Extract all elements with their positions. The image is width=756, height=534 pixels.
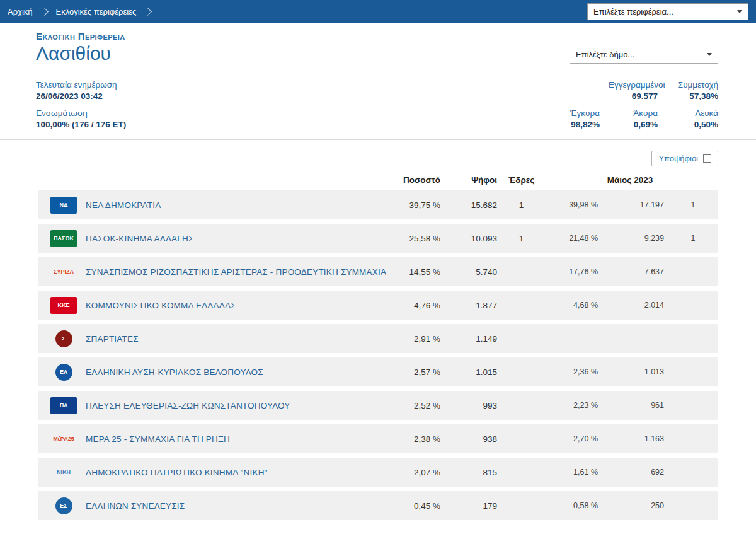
party-cell: ΣΥΡΙΖΑ ΣΥΝΑΣΠΙΣΜΟΣ ΡΙΖΟΣΠΑΣΤΙΚΗΣ ΑΡΙΣΤΕΡ… [38, 264, 387, 281]
region-select[interactable]: Επιλέξτε περιφέρεια... [587, 3, 748, 20]
party-prev-votes: 2.014 [602, 301, 668, 310]
party-logo-icon: ΕΣ [55, 497, 72, 514]
table-row: ΠΛ ΠΛΕΥΣΗ ΕΛΕΥΘΕΡΙΑΣ-ΖΩΗ ΚΩΝΣΤΑΝΤΟΠΟΥΛΟΥ… [38, 391, 718, 420]
party-prev-percent: 17,76 % [542, 267, 602, 276]
party-percent: 0,45 % [387, 501, 444, 511]
page-header: Εκλογική Περιφέρεια Λασιθίου Επιλέξτε δή… [0, 23, 756, 71]
table-row: ΜέΡΑ25 ΜΕΡΑ 25 - ΣΥΜΜΑΧΙΑ ΓΙΑ ΤΗ ΡΗΞΗ 2,… [38, 424, 718, 453]
breadcrumb-bar: Αρχική Εκλογικές περιφέρειες Επιλέξτε πε… [0, 0, 756, 23]
page-title: Λασιθίου [36, 43, 125, 64]
party-logo-icon: ΜέΡΑ25 [50, 431, 77, 448]
chevron-down-icon [707, 53, 712, 56]
party-name-link[interactable]: ΣΠΑΡΤΙΑΤΕΣ [86, 334, 139, 344]
party-name-link[interactable]: ΕΛΛΗΝΙΚΗ ΛΥΣΗ-ΚΥΡΙΑΚΟΣ ΒΕΛΟΠΟΥΛΟΣ [86, 368, 263, 377]
party-votes: 10.093 [444, 234, 501, 243]
table-row: ΣΥΡΙΖΑ ΣΥΝΑΣΠΙΣΜΟΣ ΡΙΖΟΣΠΑΣΤΙΚΗΣ ΑΡΙΣΤΕΡ… [38, 257, 718, 286]
party-seats: 1 [501, 234, 542, 243]
valid: Έγκυρα 98,82% [542, 108, 600, 129]
party-logo-icon: ΚΚΕ [50, 297, 77, 314]
table-row: ΕΛ ΕΛΛΗΝΙΚΗ ΛΥΣΗ-ΚΥΡΙΑΚΟΣ ΒΕΛΟΠΟΥΛΟΣ 2,5… [38, 357, 718, 386]
stats-right: Εγγεγραμμένοι 69.577 Συμμετοχή 57,38% Έγ… [542, 80, 718, 129]
municipality-select-value: Επιλέξτε δήμο... [576, 50, 634, 59]
party-votes: 938 [444, 434, 501, 444]
party-votes: 179 [444, 501, 501, 511]
integration-value: 100,00% (176 / 176 ΕΤ) [36, 120, 126, 129]
party-percent: 2,07 % [387, 468, 444, 477]
party-logo-icon: ΝΔ [50, 197, 77, 214]
checkbox-icon[interactable] [703, 154, 711, 163]
party-votes: 15.682 [444, 200, 501, 210]
party-prev-percent: 2,36 % [542, 368, 602, 376]
table-row: ΝΔ ΝΕΑ ΔΗΜΟΚΡΑΤΙΑ 39,75 % 15.682 1 39,98… [38, 190, 718, 219]
party-votes: 1.149 [444, 334, 501, 344]
party-prev-votes: 250 [602, 501, 668, 510]
party-name-link[interactable]: ΜΕΡΑ 25 - ΣΥΜΜΑΧΙΑ ΓΙΑ ΤΗ ΡΗΞΗ [86, 434, 230, 444]
integration-label: Ενσωμάτωση [36, 108, 126, 118]
district-heading: Εκλογική Περιφέρεια Λασιθίου [36, 31, 125, 64]
party-prev-percent: 0,58 % [542, 501, 602, 510]
district-kicker: Εκλογική Περιφέρεια [36, 31, 125, 42]
party-percent: 2,91 % [387, 334, 444, 344]
chevron-right-icon [40, 8, 49, 16]
party-logo-icon: ΕΛ [55, 364, 72, 381]
invalid-value: 0,69% [609, 120, 658, 129]
party-name-link[interactable]: ΠΑΣΟΚ-ΚΙΝΗΜΑ ΑΛΛΑΓΗΣ [86, 234, 193, 243]
table-row: ΚΚΕ ΚΟΜΜΟΥΝΙΣΤΙΚΟ ΚΟΜΜΑ ΕΛΛΑΔΑΣ 4,76 % 1… [38, 291, 718, 320]
party-prev-votes: 1.013 [602, 368, 668, 376]
party-logo-icon: ΣΥΡΙΖΑ [50, 264, 77, 281]
candidates-toggle-button[interactable]: Υποψήφιοι [651, 151, 718, 166]
party-prev-percent: 21,48 % [542, 234, 602, 243]
breadcrumb-home-link[interactable]: Αρχική [8, 7, 33, 16]
party-percent: 2,57 % [387, 368, 444, 377]
last-update: Τελευταία ενημέρωση 26/06/2023 03:42 [36, 80, 126, 101]
table-row: Σ ΣΠΑΡΤΙΑΤΕΣ 2,91 % 1.149 [38, 324, 718, 353]
municipality-select[interactable]: Επιλέξτε δήμο... [570, 45, 718, 64]
header-seats: Έδρες [501, 175, 542, 185]
party-name-link[interactable]: ΔΗΜΟΚΡΑΤΙΚΟ ΠΑΤΡΙΩΤΙΚΟ ΚΙΝΗΜΑ "ΝΙΚΗ" [86, 468, 268, 477]
party-cell: ΠΛ ΠΛΕΥΣΗ ΕΛΕΥΘΕΡΙΑΣ-ΖΩΗ ΚΩΝΣΤΑΝΤΟΠΟΥΛΟΥ [38, 397, 387, 414]
party-name-link[interactable]: ΠΛΕΥΣΗ ΕΛΕΥΘΕΡΙΑΣ-ΖΩΗ ΚΩΝΣΤΑΝΤΟΠΟΥΛΟΥ [86, 401, 290, 410]
party-cell: ΕΛ ΕΛΛΗΝΙΚΗ ΛΥΣΗ-ΚΥΡΙΑΚΟΣ ΒΕΛΟΠΟΥΛΟΣ [38, 364, 387, 381]
party-logo-icon: ΠΑΣΟΚ [50, 230, 77, 247]
party-votes: 5.740 [444, 267, 501, 277]
party-cell: ΚΚΕ ΚΟΜΜΟΥΝΙΣΤΙΚΟ ΚΟΜΜΑ ΕΛΛΑΔΑΣ [38, 297, 387, 314]
party-cell: ΝΔ ΝΕΑ ΔΗΜΟΚΡΑΤΙΑ [38, 197, 387, 214]
blank: Λευκά 0,50% [658, 108, 718, 129]
party-prev-votes: 7.637 [602, 267, 668, 276]
party-prev-percent: 39,98 % [542, 200, 602, 209]
table-row: ΕΣ ΕΛΛΗΝΩΝ ΣΥΝΕΛΕΥΣΙΣ 0,45 % 179 0,58 % … [38, 491, 718, 520]
table-row: ΠΑΣΟΚ ΠΑΣΟΚ-ΚΙΝΗΜΑ ΑΛΛΑΓΗΣ 25,58 % 10.09… [38, 224, 718, 253]
party-name-link[interactable]: ΝΕΑ ΔΗΜΟΚΡΑΤΙΑ [86, 200, 161, 210]
chevron-right-icon [144, 8, 152, 16]
last-update-label: Τελευταία ενημέρωση [36, 80, 126, 90]
party-cell: ΜέΡΑ25 ΜΕΡΑ 25 - ΣΥΜΜΑΧΙΑ ΓΙΑ ΤΗ ΡΗΞΗ [38, 431, 387, 448]
stats-empty-cell [542, 80, 600, 101]
stats-left: Τελευταία ενημέρωση 26/06/2023 03:42 Ενσ… [36, 80, 126, 129]
invalid-label: Άκυρα [609, 108, 658, 118]
party-percent: 2,52 % [387, 401, 444, 410]
party-votes: 1.015 [444, 368, 501, 377]
party-cell: ΝΙΚΗ ΔΗΜΟΚΡΑΤΙΚΟ ΠΑΤΡΙΩΤΙΚΟ ΚΙΝΗΜΑ "ΝΙΚΗ… [38, 464, 387, 481]
party-name-link[interactable]: ΣΥΝΑΣΠΙΣΜΟΣ ΡΙΖΟΣΠΑΣΤΙΚΗΣ ΑΡΙΣΤΕΡΑΣ - ΠΡ… [86, 267, 386, 277]
party-prev-seats: 1 [668, 234, 718, 243]
party-percent: 2,38 % [387, 434, 444, 444]
turnout-value: 57,38% [667, 91, 718, 101]
candidates-toggle-label: Υποψήφιοι [658, 154, 698, 163]
valid-value: 98,82% [551, 120, 600, 129]
blank-label: Λευκά [667, 108, 718, 118]
party-cell: ΠΑΣΟΚ ΠΑΣΟΚ-ΚΙΝΗΜΑ ΑΛΛΑΓΗΣ [38, 230, 387, 247]
party-votes: 993 [444, 401, 501, 410]
party-percent: 25,58 % [387, 234, 444, 243]
party-seats: 1 [501, 200, 542, 210]
party-votes: 815 [444, 468, 501, 477]
blank-value: 0,50% [667, 120, 718, 129]
breadcrumb-section-link[interactable]: Εκλογικές περιφέρειες [56, 7, 137, 16]
party-prev-percent: 4,68 % [542, 301, 602, 310]
party-cell: ΕΣ ΕΛΛΗΝΩΝ ΣΥΝΕΛΕΥΣΙΣ [38, 497, 387, 514]
party-logo-icon: ΠΛ [50, 397, 77, 414]
party-prev-seats: 1 [668, 200, 718, 209]
party-name-link[interactable]: ΕΛΛΗΝΩΝ ΣΥΝΕΛΕΥΣΙΣ [86, 501, 185, 511]
party-name-link[interactable]: ΚΟΜΜΟΥΝΙΣΤΙΚΟ ΚΟΜΜΑ ΕΛΛΑΔΑΣ [86, 301, 236, 310]
party-percent: 4,76 % [387, 301, 444, 310]
party-percent: 14,55 % [387, 267, 444, 277]
